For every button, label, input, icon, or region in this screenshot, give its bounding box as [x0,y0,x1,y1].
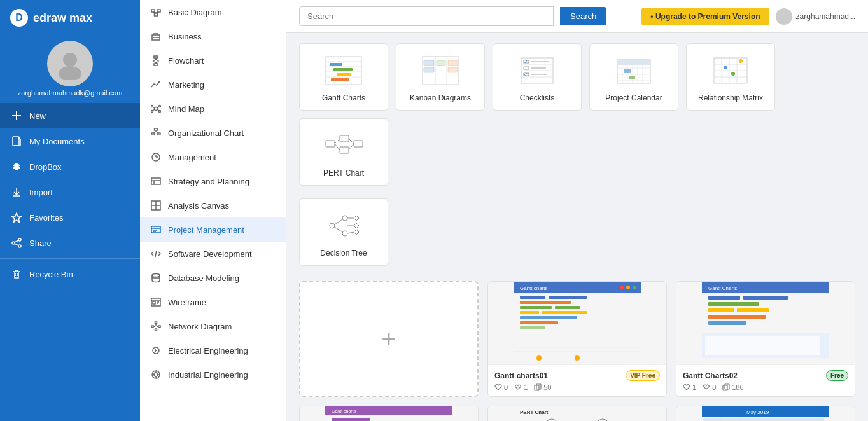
svg-point-139 [342,216,347,221]
svg-rect-181 [705,336,820,355]
svg-rect-176 [708,308,734,312]
sidebar-item-dropbox[interactable]: DropBox [0,154,140,179]
middle-item-flowchart-label: Flowchart [168,56,204,66]
pert-label: PERT Chart [323,169,364,177]
middle-item-database-label: Database Modeling [168,273,239,283]
middle-item-strategy[interactable]: Strategy and Planning [140,169,286,193]
svg-marker-8 [11,213,22,223]
template-card-pert[interactable]: PERT Chart [299,118,388,186]
middle-item-database[interactable]: Database Modeling [140,266,286,290]
middle-item-project-management[interactable]: Project Management [140,217,286,242]
middle-item-electrical[interactable]: Electrical Engineering [140,338,286,362]
sidebar-item-new[interactable]: New [0,103,140,128]
svg-rect-68 [155,329,157,331]
project-card-gantt01[interactable]: Gantt charts [487,281,667,397]
project-management-icon [150,224,162,235]
sidebar-item-my-documents-label: My Documents [29,137,85,146]
svg-rect-133 [354,141,363,147]
sidebar-item-recycle-bin[interactable]: Recycle Bin [0,261,140,287]
middle-item-business[interactable]: Business [140,24,286,48]
svg-line-35 [157,107,159,108]
template-card-relation[interactable]: Relationship Matrix [686,43,775,111]
svg-point-128 [731,72,735,76]
network-icon [150,321,162,332]
sidebar-item-import[interactable]: Import [0,179,140,205]
middle-item-mind-map[interactable]: Mind Map [140,97,286,121]
svg-rect-93 [424,60,434,66]
svg-rect-173 [708,296,740,300]
middle-item-org-chart[interactable]: Organizational Chart [140,121,286,145]
project-card-new[interactable]: + [299,281,479,397]
svg-rect-132 [340,147,349,153]
middle-item-marketing[interactable]: Marketing [140,72,286,97]
project-card-calendar01[interactable]: May 2019 [676,406,855,421]
sidebar: D edraw max zarghamahmahmadk@gmail.com N… [0,0,140,421]
project-card-gantt03[interactable]: Gantt charts [299,406,479,421]
svg-rect-87 [333,68,353,71]
svg-rect-130 [326,141,335,147]
svg-line-13 [15,244,18,245]
project-card-gantt02[interactable]: Gantt Charts Gantt [676,281,855,397]
sidebar-item-favorites[interactable]: Favorites [0,205,140,230]
middle-item-analysis[interactable]: Analysis Canvas [140,193,286,217]
main-content: Search Upgrade to Premium Version zargha… [286,0,868,421]
template-card-gantt[interactable]: Gantt Charts [299,43,388,111]
search-button[interactable]: Search [560,7,606,25]
svg-rect-94 [424,67,434,72]
search-input[interactable] [299,6,554,26]
svg-rect-160 [520,311,539,314]
middle-item-flowchart[interactable]: Flowchart [140,48,286,72]
svg-rect-163 [520,321,558,324]
sidebar-item-new-label: New [29,111,46,121]
electrical-icon [150,345,162,356]
sidebar-item-share-label: Share [29,238,52,248]
svg-rect-156 [549,296,587,299]
svg-point-127 [724,66,727,69]
relation-icon [710,54,751,87]
documents-icon [10,135,23,148]
upgrade-button[interactable]: Upgrade to Premium Version [641,8,769,25]
svg-rect-17 [157,10,160,12]
middle-item-management[interactable]: Management [140,145,286,169]
sidebar-item-share[interactable]: Share [0,230,140,256]
template-card-decision[interactable]: Decision Tree [299,198,388,266]
svg-point-153 [633,286,636,289]
middle-item-network[interactable]: Network Diagram [140,314,286,338]
svg-point-58 [152,274,160,277]
svg-point-75 [154,373,158,376]
middle-item-software-dev[interactable]: Software Development [140,242,286,266]
svg-rect-162 [520,316,577,319]
svg-rect-109 [617,59,650,65]
svg-rect-96 [448,60,458,66]
middle-item-wireframe[interactable]: Wireframe [140,290,286,314]
gantt01-hearts: 1 [514,383,528,391]
middle-item-industrial[interactable]: Industrial Engineering [140,362,286,387]
gantt01-title: Gantt charts01 [494,371,548,380]
favorites-icon [10,211,23,224]
svg-rect-26 [154,64,158,66]
content-area: Gantt Charts Kanban Diagra [286,33,868,421]
svg-marker-141 [354,216,359,221]
checklist-label: Checklists [520,93,555,102]
template-card-checklist[interactable]: Checklists [493,43,582,111]
middle-item-basic-diagram[interactable]: Basic Diagram [140,0,286,24]
svg-rect-104 [524,67,529,69]
svg-line-37 [157,109,159,111]
header: Search Upgrade to Premium Version zargha… [286,0,868,33]
svg-text:Gantt charts: Gantt charts [332,409,356,413]
template-card-kanban[interactable]: Kanban Diagrams [396,43,485,111]
project-card-pert01[interactable]: PERT Chart [487,406,667,421]
svg-rect-24 [154,56,158,58]
svg-line-34 [153,107,155,108]
sidebar-item-my-documents[interactable]: My Documents [0,128,140,154]
svg-point-0 [63,53,77,67]
svg-point-10 [12,242,15,244]
app-logo: D edraw max [0,0,140,36]
wireframe-icon [150,296,162,308]
svg-point-9 [18,238,21,241]
template-card-calendar[interactable]: Project Calendar [589,43,678,111]
svg-text:PERT Chart: PERT Chart [520,410,549,415]
gantt02-stats: 1 0 186 [683,383,848,391]
svg-point-140 [342,231,347,236]
svg-rect-159 [555,306,580,309]
